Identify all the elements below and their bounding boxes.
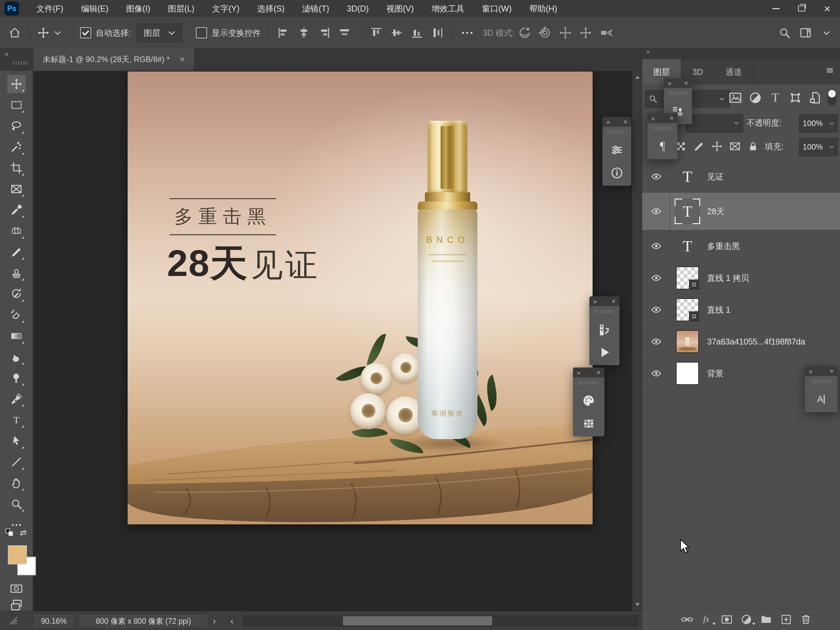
layer-name[interactable]: 背景: [707, 368, 723, 379]
panel-expand-icon[interactable]: »: [577, 369, 581, 376]
eyedropper-tool[interactable]: [7, 201, 25, 219]
menu-type[interactable]: 文字(Y): [203, 0, 248, 17]
panel-close-icon[interactable]: ×: [624, 118, 627, 126]
menu-filter[interactable]: 滤镜(T): [293, 0, 338, 17]
panel-grip[interactable]: [653, 126, 672, 130]
dist-h-icon[interactable]: [338, 26, 351, 39]
pen-tool[interactable]: [7, 390, 25, 408]
lock-move-icon[interactable]: [711, 141, 723, 152]
fill-dropdown[interactable]: [826, 138, 838, 156]
move-tool[interactable]: [7, 75, 25, 93]
lock-brush-icon[interactable]: [693, 141, 705, 152]
brush-tool[interactable]: [7, 243, 25, 261]
restore-button[interactable]: [789, 0, 815, 17]
history-icon[interactable]: [597, 322, 611, 336]
panel-expand-icon[interactable]: »: [668, 79, 671, 87]
more-options-icon[interactable]: [460, 25, 474, 40]
workspace-icon[interactable]: [799, 27, 812, 39]
dodge-tool[interactable]: [7, 369, 25, 387]
align-top-icon[interactable]: [370, 26, 383, 39]
menu-select[interactable]: 选择(S): [248, 0, 293, 17]
threed-camera-icon[interactable]: [599, 26, 613, 40]
layer-name[interactable]: 37a63a41055...4f198f87da: [707, 337, 805, 346]
default-colors-icon[interactable]: [4, 527, 15, 538]
play-icon[interactable]: [597, 346, 611, 359]
vertical-scrollbar[interactable]: [632, 71, 642, 611]
filter-adjustment-icon[interactable]: [748, 90, 763, 105]
frame-tool[interactable]: [7, 180, 25, 198]
trash-button[interactable]: [800, 613, 812, 626]
layer-row[interactable]: T 28天: [642, 193, 840, 231]
menu-window[interactable]: 窗口(W): [473, 0, 520, 17]
show-transform-checkbox[interactable]: [196, 27, 207, 38]
fill-value[interactable]: 100%: [799, 138, 827, 156]
mask-button[interactable]: [720, 613, 733, 626]
layer-thumbnail[interactable]: [674, 360, 701, 387]
filter-image-icon[interactable]: [728, 90, 742, 105]
auto-select-checkbox[interactable]: [80, 27, 91, 38]
panel-menu-icon[interactable]: [824, 66, 835, 75]
panel-grip[interactable]: [668, 91, 687, 95]
properties-info-panel[interactable]: » ×: [602, 117, 631, 186]
palette-icon[interactable]: [582, 394, 595, 407]
document-info[interactable]: 800 像素 x 800 像素 (72 ppi): [79, 614, 208, 628]
filter-smart-object-icon[interactable]: [808, 90, 823, 105]
panel-grip[interactable]: [812, 379, 831, 383]
hand-tool[interactable]: [7, 474, 25, 492]
link-button[interactable]: [681, 613, 693, 626]
eye-icon[interactable]: [651, 304, 662, 315]
info-icon[interactable]: [610, 166, 624, 180]
status-prev-icon[interactable]: ‹: [231, 615, 234, 626]
toolbar-collapse-icon[interactable]: »: [5, 50, 8, 58]
wand-tool[interactable]: [7, 138, 25, 156]
gradient-tool[interactable]: [7, 327, 25, 345]
eye-icon[interactable]: [651, 206, 662, 217]
path-select-tool[interactable]: [7, 432, 25, 450]
history-actions-panel[interactable]: » ×: [589, 296, 619, 365]
stamp-tool[interactable]: [7, 264, 25, 282]
menu-layer[interactable]: 图层(L): [159, 0, 204, 17]
auto-select-target-dropdown[interactable]: 图层: [137, 24, 182, 42]
adjustment-button[interactable]: [740, 613, 753, 626]
zoom-tool[interactable]: [7, 495, 25, 513]
align-bottom-icon[interactable]: [411, 26, 424, 39]
document-tab[interactable]: 未标题-1 @ 90.2% (28天, RGB/8#) * ×: [33, 48, 194, 71]
blend-mode-dropdown[interactable]: [686, 114, 743, 133]
menu-edit[interactable]: 编辑(E): [72, 0, 117, 17]
screen-mode-icon[interactable]: [8, 598, 25, 612]
layer-row[interactable]: 直线 1: [642, 294, 840, 326]
panel-grip[interactable]: [607, 130, 626, 134]
toolbar-grip[interactable]: [13, 61, 28, 65]
new-layer-button[interactable]: [780, 613, 793, 626]
layer-row[interactable]: 37a63a41055...4f198f87da: [642, 326, 840, 358]
paragraph-icon[interactable]: ¶: [655, 139, 669, 153]
swatches-icon[interactable]: [582, 417, 595, 431]
layer-thumbnail[interactable]: [674, 297, 701, 323]
filter-type-filter-icon[interactable]: T: [768, 90, 783, 105]
menu-image[interactable]: 图像(I): [117, 0, 159, 17]
layer-row[interactable]: T 见证: [642, 161, 840, 193]
layer-name[interactable]: 28天: [707, 206, 725, 217]
panel-close-icon[interactable]: ×: [597, 369, 600, 376]
panel-close-icon[interactable]: ×: [830, 368, 834, 375]
lock-lock-icon[interactable]: [747, 141, 759, 152]
lock-frame-icon[interactable]: [729, 141, 741, 152]
panel-expand-icon[interactable]: »: [606, 118, 610, 126]
menu-plugins[interactable]: 增效工具: [423, 0, 473, 17]
eye-icon[interactable]: [651, 336, 662, 347]
panel-expand-icon[interactable]: »: [593, 298, 597, 305]
dock-header[interactable]: »: [642, 48, 840, 59]
healing-tool[interactable]: [7, 222, 25, 240]
layer-thumbnail[interactable]: [674, 328, 701, 355]
document-canvas[interactable]: 多重击黑 28天 见证: [128, 71, 592, 524]
opacity-value[interactable]: 100%: [799, 114, 827, 133]
folder-button[interactable]: [760, 613, 772, 626]
align-left-icon[interactable]: [277, 26, 290, 39]
align-center-h-icon[interactable]: [297, 26, 310, 39]
sliders-icon[interactable]: [610, 143, 624, 157]
lasso-tool[interactable]: [7, 117, 25, 135]
menu-file[interactable]: 文件(F): [28, 0, 72, 17]
layer-thumbnail[interactable]: T: [674, 233, 701, 259]
dist-v-icon[interactable]: [431, 26, 444, 39]
eye-icon[interactable]: [651, 272, 662, 284]
